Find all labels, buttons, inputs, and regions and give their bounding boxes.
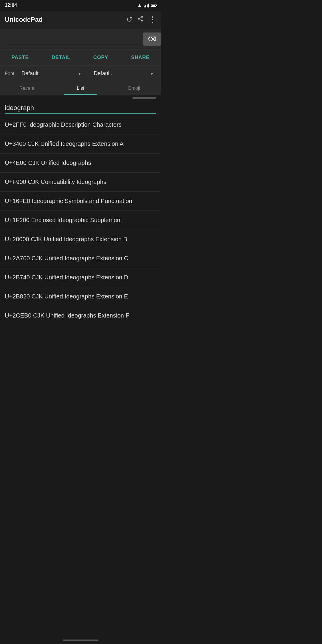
status-icons: ▲ [137,3,156,8]
more-icon[interactable]: ⋮ [148,15,156,24]
signal-bar-3 [147,4,148,7]
list-area: U+2FF0 Ideographic Description Character… [0,115,161,340]
action-row: PASTE DETAIL COPY SHARE [0,49,161,65]
text-input-area: ⌫ [0,29,161,49]
share-icon[interactable] [137,16,144,24]
paste-button[interactable]: PASTE [8,53,32,62]
list-item[interactable]: U+16FE0 Ideographic Symbols and Punctuat… [0,192,161,211]
scroll-hint [0,95,161,99]
font-row: Font Default ▼ Defaul.. ▼ [0,65,161,81]
copy-button[interactable]: COPY [90,53,112,62]
font-select-2[interactable]: Defaul.. ▼ [92,69,157,78]
status-time: 12:04 [5,3,17,8]
signal-bar-1 [144,6,145,7]
scroll-thumb [132,97,156,99]
search-area [0,99,161,115]
list-item[interactable]: U+20000 CJK Unified Ideographs Extension… [0,230,161,249]
tabs-row: Recent List Emoji [0,81,161,95]
share-button[interactable]: SHARE [128,53,153,62]
battery-icon [151,4,156,7]
signal-icon [144,3,149,7]
text-field[interactable] [5,33,141,45]
list-item[interactable]: U+2CEB0 CJK Unified Ideographs Extension… [0,306,161,325]
font-option-2-label: Defaul.. [94,70,112,77]
status-bar: 12:04 ▲ [0,0,161,11]
list-item[interactable]: U+F900 CJK Compatibility Ideographs [0,173,161,192]
list-item[interactable]: U+2A700 CJK Unified Ideographs Extension… [0,249,161,268]
list-item[interactable]: U+2FF0 Ideographic Description Character… [0,115,161,134]
font-dropdown-2-arrow: ▼ [150,71,154,76]
detail-button[interactable]: DETAIL [48,53,74,62]
list-item[interactable]: U+4E00 CJK Unified Ideographs [0,154,161,173]
undo-icon[interactable]: ↺ [126,16,132,24]
tab-recent-label: Recent [19,86,35,91]
tab-list[interactable]: List [54,81,107,95]
font-option-1-label: Default [21,70,38,77]
font-select-1[interactable]: Default ▼ [19,69,84,78]
list-item[interactable]: U+2B820 CJK Unified Ideographs Extension… [0,287,161,306]
signal-bar-4 [148,4,149,7]
list-item[interactable]: U+3400 CJK Unified Ideographs Extension … [0,134,161,154]
signal-bar-2 [145,5,146,7]
backspace-button[interactable]: ⌫ [143,32,161,46]
tab-emoji-label: Emoji [128,86,140,91]
font-divider [88,69,88,78]
list-item[interactable]: U+1F200 Enclosed Ideographic Supplement [0,211,161,230]
app-bar-actions: ↺ ⋮ [126,15,156,24]
tab-recent[interactable]: Recent [0,81,54,95]
app-bar: UnicodePad ↺ ⋮ [0,11,161,29]
list-item[interactable]: U+2B740 CJK Unified Ideographs Extension… [0,268,161,287]
tab-list-label: List [77,86,84,91]
search-input[interactable] [5,103,156,114]
wifi-icon: ▲ [137,3,142,8]
battery-fill [152,5,155,6]
tab-emoji[interactable]: Emoji [107,81,161,95]
font-dropdown-1-arrow: ▼ [78,71,82,76]
app-title: UnicodePad [5,16,126,24]
font-label: Font [5,71,14,76]
